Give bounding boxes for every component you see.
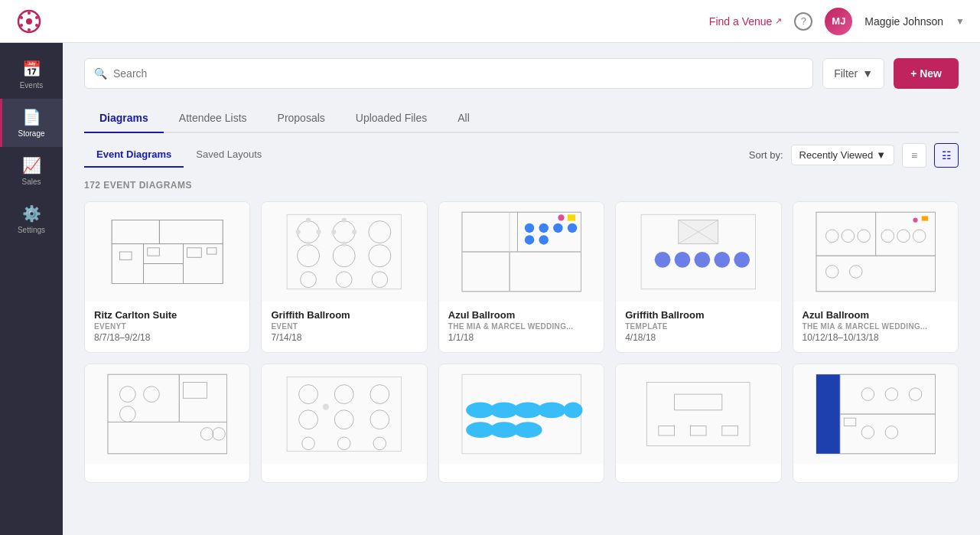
diagram-card[interactable]: Azul Ballroom THE MIA & MARCEL WEDDING..…	[438, 201, 604, 353]
svg-point-28	[372, 272, 388, 288]
svg-rect-40	[462, 252, 510, 292]
new-button[interactable]: + New	[894, 58, 959, 89]
diagram-title: Azul Ballroom	[803, 309, 949, 321]
tab-attendee-lists[interactable]: Attendee Lists	[164, 104, 262, 133]
svg-rect-9	[112, 220, 159, 244]
svg-point-21	[334, 221, 356, 243]
diagram-card[interactable]: Ritz Carlton Suite EVENYT 8/7/18–9/2/18	[84, 201, 250, 353]
sub-tabs: Event Diagrams Saved Layouts	[84, 142, 274, 168]
diagram-info: Ritz Carlton Suite EVENYT 8/7/18–9/2/18	[85, 302, 249, 352]
svg-point-69	[897, 230, 910, 243]
svg-point-20	[298, 221, 320, 243]
diagram-title: Ritz Carlton Suite	[94, 309, 240, 321]
diagram-card[interactable]: Azul Ballroom THE MIA & MARCEL WEDDING..…	[793, 201, 959, 353]
svg-point-44	[553, 223, 562, 233]
sub-tab-event-diagrams[interactable]: Event Diagrams	[84, 142, 184, 168]
diagram-date: 10/12/18–10/13/18	[803, 332, 949, 343]
svg-point-105	[513, 422, 542, 438]
svg-point-36	[352, 230, 357, 234]
svg-rect-38	[462, 212, 518, 252]
diagram-info: Griffith Ballroom EVENT 7/14/18	[262, 302, 426, 352]
diagram-date: 7/14/18	[271, 332, 417, 343]
svg-rect-112	[816, 374, 840, 454]
sidebar-label-events: Events	[20, 81, 44, 90]
sort-view-row: Sort by: Recently Viewed ▼ ≡ ☷	[749, 143, 959, 168]
diagram-card[interactable]	[793, 364, 959, 483]
calendar-icon: 📅	[22, 60, 41, 78]
sort-chevron-icon: ▼	[876, 149, 886, 161]
sort-by-label: Sort by:	[749, 149, 783, 161]
svg-point-48	[558, 214, 564, 220]
svg-point-73	[913, 217, 917, 222]
svg-rect-120	[844, 418, 856, 426]
diagram-card[interactable]	[261, 364, 427, 483]
svg-point-32	[317, 230, 321, 234]
svg-rect-114	[840, 414, 935, 454]
diagram-thumbnail	[85, 202, 249, 302]
svg-point-72	[849, 266, 862, 279]
diagram-date: 4/18/18	[625, 332, 771, 343]
svg-rect-18	[207, 248, 217, 254]
diagram-thumbnail	[793, 364, 958, 464]
svg-rect-74	[921, 216, 927, 220]
sort-select-button[interactable]: Recently Viewed ▼	[791, 145, 894, 165]
search-icon: 🔍	[94, 67, 107, 80]
grid-view-button[interactable]: ☷	[934, 143, 959, 168]
new-button-label: + New	[910, 67, 942, 80]
main-content: 🔍 Filter ▼ + New Diagrams Attendee Lists…	[63, 43, 980, 535]
svg-point-82	[120, 406, 136, 422]
diagram-info	[793, 464, 958, 482]
tab-uploaded-files[interactable]: Uploaded Files	[340, 104, 442, 133]
diagram-thumbnail	[616, 364, 780, 464]
svg-point-33	[342, 217, 347, 222]
diagram-card[interactable]	[84, 364, 250, 483]
svg-rect-13	[183, 244, 223, 284]
svg-point-22	[369, 221, 391, 243]
svg-point-31	[296, 230, 301, 234]
svg-point-34	[342, 242, 347, 246]
svg-point-116	[885, 388, 898, 401]
diagram-title: Griffith Ballroom	[625, 309, 771, 321]
svg-rect-10	[159, 220, 223, 244]
search-input[interactable]	[113, 67, 803, 80]
user-initials: MJ	[832, 15, 845, 27]
diagrams-grid: Ritz Carlton Suite EVENYT 8/7/18–9/2/18	[84, 201, 959, 483]
svg-point-5	[28, 28, 31, 31]
diagram-card[interactable]	[438, 364, 604, 483]
help-button[interactable]: ?	[794, 12, 812, 31]
diagram-card[interactable]	[615, 364, 781, 483]
svg-point-35	[332, 230, 337, 234]
filter-chevron-icon: ▼	[862, 67, 873, 80]
sidebar-item-sales[interactable]: 📈 Sales	[0, 147, 63, 195]
tab-all[interactable]: All	[442, 104, 485, 133]
svg-point-26	[301, 272, 317, 288]
diagram-date: 1/1/18	[448, 332, 594, 343]
sidebar-item-settings[interactable]: ⚙️ Settings	[0, 195, 63, 243]
sub-tab-saved-layouts[interactable]: Saved Layouts	[184, 142, 274, 168]
toolbar: 🔍 Filter ▼ + New	[84, 58, 959, 89]
svg-rect-41	[510, 252, 581, 292]
tab-diagrams[interactable]: Diagrams	[84, 104, 164, 133]
sidebar-item-events[interactable]: 📅 Events	[0, 51, 63, 99]
filter-button[interactable]: Filter ▼	[822, 58, 884, 89]
logo-area	[15, 8, 43, 35]
tab-proposals[interactable]: Proposals	[262, 104, 340, 133]
diagram-info	[439, 464, 604, 482]
svg-point-96	[323, 404, 329, 410]
diagram-card[interactable]: Griffith Ballroom TEMPLATE 4/18/18	[615, 201, 781, 353]
diagram-card[interactable]: Griffith Ballroom EVENT 7/14/18	[261, 201, 427, 353]
svg-point-85	[213, 428, 226, 441]
svg-point-119	[885, 426, 898, 439]
diagram-date: 8/7/18–9/2/18	[94, 332, 240, 343]
diagram-thumbnail	[439, 202, 604, 302]
svg-point-46	[525, 235, 534, 244]
diagram-info: Azul Ballroom THE MIA & MARCEL WEDDING..…	[439, 302, 604, 352]
find-venue-link[interactable]: Find a Venue ↗	[709, 15, 783, 28]
svg-point-68	[881, 230, 894, 243]
list-view-button[interactable]: ≡	[902, 143, 926, 168]
svg-point-42	[525, 223, 534, 233]
sidebar-item-storage[interactable]: 📄 Storage	[0, 99, 63, 147]
diagram-event: TEMPLATE	[625, 322, 771, 331]
svg-rect-19	[287, 214, 401, 289]
user-menu-chevron[interactable]: ▼	[956, 16, 965, 27]
